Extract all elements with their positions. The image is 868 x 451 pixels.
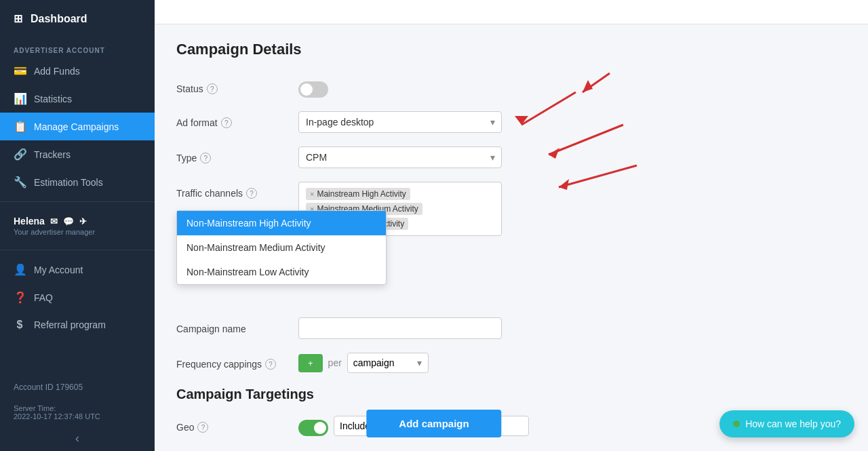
type-help-icon[interactable]: ?	[200, 153, 211, 163]
campaign-targetings-title: Campaign Targetings	[176, 387, 846, 402]
frequency-cappings-box: + per campaign	[298, 353, 515, 373]
chat-bubble[interactable]: How can we help you?	[719, 410, 854, 437]
geo-help-icon[interactable]: ?	[197, 422, 208, 433]
dropdown-item-non-mainstream-medium[interactable]: Non-Mainstream Medium Activity	[177, 235, 386, 260]
status-label: Status ?	[176, 77, 298, 94]
main-content: Campaign Details Status ? Ad format ? In…	[155, 0, 868, 451]
campaign-name-row: Campaign name	[176, 317, 846, 339]
sidebar-item-label: Referral program	[34, 319, 106, 330]
sidebar: ⊞ Dashboard ADVERTISER ACCOUNT 💳 Add Fun…	[0, 0, 155, 451]
statistics-icon: 📊	[14, 92, 26, 105]
tag-mainstream-high: × Mainstream High Activity	[306, 188, 410, 200]
user-info: Helena ✉ 💬 ✈ Your advertiser manager	[0, 208, 155, 244]
type-select-wrapper: CPM	[298, 146, 502, 168]
my-account-icon: 👤	[14, 263, 26, 276]
ad-format-control: In-page desktop	[298, 111, 515, 133]
traffic-channels-dropdown: Non-Mainstream High Activity Non-Mainstr…	[176, 210, 387, 285]
user-subtitle: Your advertiser manager	[14, 228, 141, 236]
ad-format-label: Ad format ?	[176, 111, 298, 128]
dashboard-item[interactable]: ⊞ Dashboard	[0, 0, 155, 37]
user-name-row: Helena ✉ 💬 ✈	[14, 216, 141, 227]
dropdown-item-non-mainstream-high[interactable]: Non-Mainstream High Activity	[177, 211, 386, 235]
frequency-per-label: per	[328, 357, 342, 368]
add-campaign-button[interactable]: Add campaign	[366, 410, 501, 437]
dropdown-item-non-mainstream-low[interactable]: Non-Mainstream Low Activity	[177, 260, 386, 284]
frequency-cappings-label: Frequency cappings ?	[176, 353, 298, 370]
email-icon[interactable]: ✉	[50, 216, 58, 227]
campaign-name-label: Campaign name	[176, 317, 298, 334]
server-time-label: Server Time:	[14, 404, 141, 412]
ad-format-row: Ad format ? In-page desktop	[176, 111, 846, 133]
add-funds-icon: 💳	[14, 64, 26, 77]
sidebar-item-faq[interactable]: ❓ FAQ	[0, 283, 155, 311]
collapse-icon: ‹	[75, 431, 79, 445]
estimation-tools-icon: 🔧	[14, 176, 26, 189]
advertiser-section-label: ADVERTISER ACCOUNT	[0, 37, 155, 57]
type-row: Type ? CPM	[176, 146, 846, 168]
account-id: Account ID 179605	[0, 376, 155, 399]
campaign-name-input[interactable]	[298, 317, 502, 339]
sidebar-collapse-button[interactable]: ‹	[0, 426, 155, 451]
status-toggle[interactable]	[298, 81, 328, 98]
ad-format-select-wrapper: In-page desktop	[298, 111, 502, 133]
skype-icon[interactable]: 💬	[63, 216, 74, 227]
top-bar	[155, 0, 868, 24]
status-row: Status ?	[176, 77, 846, 98]
tag-remove-mainstream-high[interactable]: ×	[310, 190, 314, 198]
sidebar-item-referral[interactable]: $ Referral program	[0, 311, 155, 338]
manage-campaigns-icon: 📋	[14, 120, 26, 133]
sidebar-item-trackers[interactable]: 🔗 Trackers	[0, 140, 155, 168]
telegram-icon[interactable]: ✈	[79, 216, 87, 227]
sidebar-item-manage-campaigns[interactable]: 📋 Manage Campaigns	[0, 113, 155, 140]
status-help-icon[interactable]: ?	[207, 83, 218, 94]
geo-label: Geo ?	[176, 416, 298, 433]
chat-label: How can we help you?	[745, 418, 841, 429]
tag-label-mainstream-high: Mainstream High Activity	[317, 189, 406, 199]
sidebar-item-statistics[interactable]: 📊 Statistics	[0, 85, 155, 113]
frequency-cappings-control: + per campaign	[298, 353, 515, 373]
frequency-add-button[interactable]: +	[298, 354, 323, 372]
sidebar-item-label: Manage Campaigns	[34, 121, 119, 132]
server-time-value: 2022-10-17 12:37:48 UTC	[14, 412, 141, 420]
dashboard-label: Dashboard	[31, 13, 87, 25]
sidebar-item-label: Add Funds	[34, 66, 80, 77]
status-toggle-wrapper	[298, 77, 515, 98]
server-time: Server Time: 2022-10-17 12:37:48 UTC	[0, 399, 155, 426]
type-label: Type ?	[176, 146, 298, 163]
content-area: Campaign Details Status ? Ad format ? In…	[155, 24, 868, 451]
traffic-channels-help-icon[interactable]: ?	[246, 188, 257, 199]
frequency-period-wrapper: campaign	[347, 353, 429, 373]
campaign-details-title: Campaign Details	[176, 41, 846, 58]
chat-online-dot	[733, 420, 740, 427]
sidebar-item-label: Statistics	[34, 94, 72, 104]
sidebar-item-label: FAQ	[34, 292, 53, 303]
sidebar-item-estimation-tools[interactable]: 🔧 Estimation Tools	[0, 168, 155, 196]
traffic-channels-label: Traffic channels ?	[176, 182, 298, 199]
ad-format-select[interactable]: In-page desktop	[298, 111, 502, 133]
frequency-period-select[interactable]: campaign	[347, 353, 429, 373]
type-control: CPM	[298, 146, 515, 168]
ad-format-help-icon[interactable]: ?	[221, 117, 232, 128]
sidebar-item-label: Trackers	[34, 149, 71, 160]
dashboard-icon: ⊞	[14, 12, 22, 25]
frequency-cappings-row: Frequency cappings ? + per campaign	[176, 353, 846, 373]
geo-toggle[interactable]	[298, 420, 328, 436]
sidebar-item-label: Estimation Tools	[34, 177, 103, 188]
user-name: Helena	[14, 216, 45, 227]
referral-icon: $	[14, 319, 26, 331]
sidebar-item-add-funds[interactable]: 💳 Add Funds	[0, 57, 155, 85]
traffic-channels-control: × Mainstream High Activity × Mainstream …	[298, 182, 515, 236]
sidebar-item-label: My Account	[34, 264, 83, 275]
frequency-help-icon[interactable]: ?	[265, 359, 276, 370]
traffic-channels-row: Traffic channels ? × Mainstream High Act…	[176, 182, 846, 236]
sidebar-item-my-account[interactable]: 👤 My Account	[0, 256, 155, 283]
trackers-icon: 🔗	[14, 148, 26, 161]
campaign-name-control	[298, 317, 515, 339]
faq-icon: ❓	[14, 291, 26, 304]
type-select[interactable]: CPM	[298, 146, 502, 168]
